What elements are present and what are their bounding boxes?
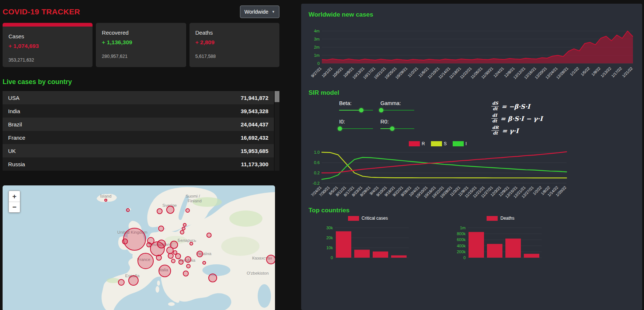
sir-slider: R0: (380, 119, 414, 131)
country-name: UK (8, 148, 16, 154)
app-title: COVID-19 TRACKER (3, 7, 80, 16)
map-zoom-control: + − (8, 191, 20, 213)
country-cases: 15,953,685 (241, 148, 268, 154)
country-cases: 71,941,872 (241, 95, 268, 101)
bar (391, 255, 407, 258)
country-row: Brazil24,044,437 (3, 118, 274, 131)
slider-label: R0: (380, 119, 414, 125)
deaths-card[interactable]: Deaths + 2,809 5,617,588 (189, 23, 279, 67)
map-case-marker[interactable] (203, 261, 206, 264)
europe-map[interactable]: ÍslandSuomi /FinlandSverigeUnited Kingdo… (3, 185, 275, 310)
map-case-marker[interactable] (187, 264, 190, 268)
map-case-marker[interactable] (157, 240, 166, 248)
map-case-marker[interactable] (183, 271, 188, 276)
x-axis-tick: 10/1/21 (321, 66, 333, 78)
x-axis-tick: 12/4/21 (492, 66, 505, 78)
map-case-marker[interactable] (197, 251, 203, 257)
slider-label: I0: (339, 119, 373, 125)
map-case-marker[interactable] (105, 199, 107, 201)
sir-chart: 1.00.60.2-0.27/24/217/30/218/5/218/11/21… (309, 147, 574, 203)
y-axis-tick: 10k (326, 245, 333, 250)
sir-line-s (322, 152, 567, 178)
map-case-marker[interactable] (126, 209, 129, 212)
chevron-down-icon: ▼ (272, 10, 275, 14)
region-dropdown[interactable]: Worldwide ▼ (240, 6, 279, 18)
card-total: 353,271,632 (8, 58, 87, 63)
map-case-marker[interactable] (185, 257, 191, 262)
x-axis-tick: 1/21/22 (621, 66, 633, 78)
map-case-marker[interactable] (186, 209, 189, 212)
map-case-marker[interactable] (207, 233, 211, 237)
map-container[interactable]: + − (3, 185, 275, 310)
sir-heading: SIR model (309, 89, 635, 97)
map-case-marker[interactable] (157, 209, 162, 214)
slider-thumb[interactable] (390, 126, 394, 131)
new-cases-chart: 01m2m3m4m9/27/2110/1/2110/5/2110/9/2110/… (309, 20, 635, 86)
map-country-label: Беларусь (178, 238, 196, 243)
map-case-marker[interactable] (118, 279, 124, 285)
formula-fraction: dSdt (491, 101, 499, 112)
card-delta: + 1,074,693 (8, 43, 87, 49)
y-axis-tick: 1m (314, 53, 320, 58)
left-header: COVID-19 TRACKER Worldwide ▼ (3, 2, 279, 21)
x-axis-tick: 1/17/22 (610, 66, 623, 78)
map-case-marker[interactable] (209, 274, 217, 282)
x-axis-tick: 9/27/21 (310, 66, 322, 78)
legend-label: I (466, 141, 467, 146)
map-case-marker[interactable] (138, 253, 153, 269)
critical-cases-block: Critical cases 010k20k30k (322, 216, 414, 264)
y-axis-tick: 0 (331, 255, 333, 260)
map-case-marker[interactable] (167, 206, 174, 213)
map-case-marker[interactable] (159, 265, 171, 277)
live-cases-heading: Live cases by country (3, 78, 284, 86)
x-axis-tick: 12/28/21 (555, 66, 569, 80)
map-case-marker[interactable] (129, 276, 138, 285)
map-case-marker[interactable] (168, 253, 173, 258)
map-case-marker[interactable] (171, 259, 175, 263)
recovered-card[interactable]: Recovered + 1,136,309 280,957,621 (96, 23, 186, 67)
slider-thumb[interactable] (379, 108, 383, 112)
scrollbar-thumb[interactable] (275, 91, 279, 102)
slider-track[interactable] (339, 110, 373, 111)
y-axis-tick: -0.2 (313, 181, 320, 185)
y-axis-tick: 600k (457, 237, 466, 242)
y-axis-tick: 200k (457, 250, 466, 254)
map-case-marker[interactable] (156, 255, 161, 260)
map-case-marker[interactable] (182, 227, 185, 230)
slider-track[interactable] (380, 110, 414, 111)
charts-panel: Worldwide new cases 01m2m3m4m9/27/2110/1… (301, 4, 642, 310)
slider-thumb[interactable] (359, 108, 363, 112)
left-column: COVID-19 TRACKER Worldwide ▼ Cases + 1,0… (0, 0, 284, 310)
zoom-out-button[interactable]: − (9, 202, 20, 212)
bar (354, 250, 370, 258)
map-case-marker[interactable] (179, 260, 183, 264)
map-case-marker[interactable] (159, 226, 164, 231)
x-axis-tick: 1/13/22 (600, 66, 612, 78)
zoom-in-button[interactable]: + (9, 191, 20, 202)
slider-fill (339, 110, 361, 111)
cases-card[interactable]: Cases + 1,074,693 353,271,632 (3, 23, 93, 67)
table-scrollbar[interactable] (275, 91, 279, 171)
map-case-marker[interactable] (190, 242, 193, 245)
country-row: Russia11,173,300 (3, 157, 274, 171)
map-case-marker[interactable] (183, 223, 186, 226)
bar (469, 232, 484, 258)
y-axis-tick: 400k (457, 244, 466, 248)
slider-track[interactable] (380, 128, 414, 129)
formula-fraction: dIdt (491, 113, 498, 124)
map-case-marker[interactable] (175, 254, 181, 259)
legend-swatch (487, 216, 498, 221)
map-case-marker[interactable] (123, 228, 146, 250)
legend-swatch (409, 141, 420, 146)
country-cases: 39,543,328 (241, 108, 268, 114)
country-table-wrap: USA71,941,872India39,543,328Brazil24,044… (3, 91, 279, 171)
card-title: Cases (8, 33, 87, 39)
map-case-marker[interactable] (167, 247, 173, 254)
legend-swatch (453, 141, 464, 146)
slider-track[interactable] (339, 128, 373, 129)
sir-formulas: dSdt= −β·S·IdIdt= β·S·I − γ·IdRdt= γ·I (491, 100, 543, 137)
map-case-marker[interactable] (267, 255, 275, 264)
map-case-marker[interactable] (180, 230, 184, 234)
map-country-label: O'zbekiston (247, 271, 269, 275)
slider-thumb[interactable] (338, 126, 342, 131)
